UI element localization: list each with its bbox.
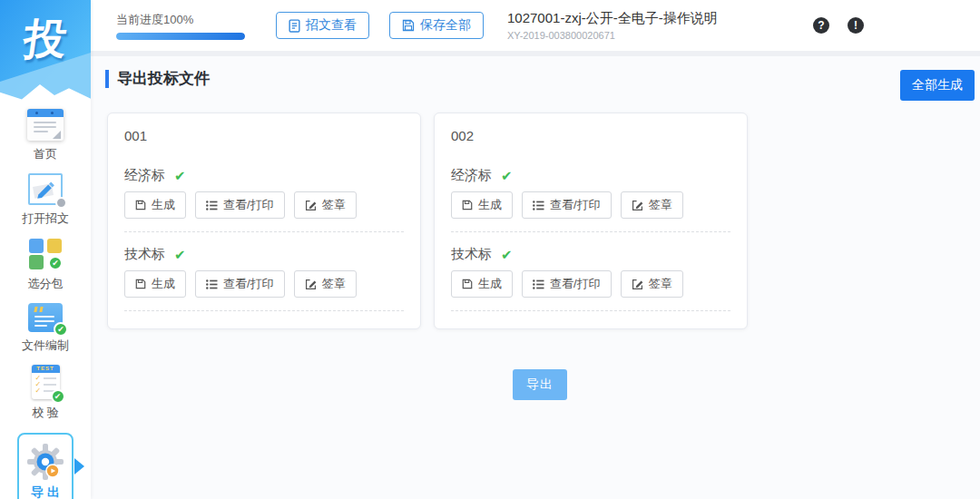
- sidebar-nav: 首页 打开招文 ✔ 选分包: [22, 109, 69, 432]
- save-icon: [462, 200, 473, 210]
- logo-glyph: 投: [20, 11, 71, 68]
- app-logo: 投: [0, 0, 91, 105]
- check-badge-icon: ✔: [48, 256, 63, 270]
- section-header: 导出投标文件 全部生成: [105, 70, 975, 101]
- stamp-badge-icon: [55, 197, 67, 209]
- sign-button[interactable]: 签章: [294, 270, 357, 298]
- bid-actions: 生成 查看/打印 签章: [124, 191, 404, 219]
- page-title: 导出投标文件: [105, 70, 210, 88]
- list-icon: [206, 201, 218, 210]
- bid-actions: 生成 查看/打印 签章: [451, 270, 730, 298]
- package-card: 002 经济标 ✔ 生成 查看/打印: [434, 113, 748, 329]
- sidebar-item-select-package[interactable]: ✔ 选分包: [28, 238, 64, 292]
- sign-pen-icon: [305, 200, 317, 211]
- view-print-button[interactable]: 查看/打印: [195, 270, 285, 298]
- bid-actions: 生成 查看/打印 签章: [451, 191, 730, 219]
- main-content: 导出投标文件 全部生成 001 经济标 ✔ 生成: [91, 56, 980, 499]
- file-compile-icon: ✔: [28, 303, 63, 332]
- divider: [124, 310, 404, 311]
- bid-section-label: 技术标: [451, 246, 492, 263]
- top-bar: 当前进度100% 招文查看: [91, 0, 980, 51]
- sign-pen-icon: [632, 200, 643, 211]
- check-badge-icon: ✔: [54, 322, 68, 337]
- active-arrow-icon: [74, 458, 84, 475]
- list-icon: [533, 279, 544, 289]
- sidebar-item-file-compile[interactable]: ✔ 文件编制: [22, 303, 69, 354]
- save-icon: [402, 19, 415, 32]
- project-title: 1027001-zxj-公开-全电子-操作说明: [507, 10, 718, 27]
- check-icon: ✔: [501, 247, 513, 263]
- help-icon[interactable]: ?: [813, 17, 829, 34]
- sign-pen-icon: [632, 279, 643, 290]
- sidebar: 投 首页 打开招文: [0, 0, 91, 499]
- bid-section-label: 经济标: [124, 167, 165, 184]
- package-card: 001 经济标 ✔ 生成 查看/打印: [107, 113, 421, 329]
- check-badge-icon: ✔: [51, 389, 65, 404]
- sidebar-item-home[interactable]: 首页: [27, 109, 64, 162]
- save-icon: [135, 200, 146, 210]
- save-icon: [462, 279, 473, 289]
- pencil-icon: [34, 178, 58, 201]
- check-icon: ✔: [174, 247, 186, 263]
- export-button[interactable]: 导出: [513, 369, 567, 400]
- save-all-label: 保存全部: [420, 17, 471, 34]
- view-tender-button[interactable]: 招文查看: [276, 12, 369, 39]
- sign-button[interactable]: 签章: [621, 191, 683, 219]
- alert-icon[interactable]: !: [848, 17, 864, 34]
- view-print-button[interactable]: 查看/打印: [522, 270, 612, 298]
- divider: [124, 231, 404, 232]
- check-icon: ✔: [174, 168, 186, 184]
- save-icon: [135, 279, 146, 289]
- bid-section-header: 经济标 ✔: [451, 167, 730, 184]
- sidebar-item-label: 打开招文: [22, 210, 69, 227]
- package-id: 002: [451, 128, 730, 143]
- save-all-button[interactable]: 保存全部: [389, 12, 484, 39]
- sidebar-item-label: 首页: [34, 146, 57, 162]
- generate-button[interactable]: 生成: [451, 191, 513, 219]
- progress: 当前进度100%: [116, 12, 245, 40]
- generate-all-button[interactable]: 全部生成: [900, 70, 975, 101]
- package-id: 001: [124, 128, 404, 143]
- bid-actions: 生成 查看/打印 签章: [124, 270, 404, 298]
- sign-pen-icon: [305, 279, 317, 290]
- sidebar-item-open-tender[interactable]: 打开招文: [22, 173, 69, 227]
- sign-button[interactable]: 签章: [621, 270, 683, 298]
- progress-bar: [116, 33, 245, 40]
- sidebar-item-label: 选分包: [28, 276, 64, 292]
- list-icon: [206, 279, 218, 289]
- sign-button[interactable]: 签章: [294, 191, 357, 219]
- app-window: 投 首页 打开招文: [0, 0, 980, 499]
- open-tender-icon: [28, 173, 63, 205]
- sidebar-item-label: 文件编制: [22, 338, 69, 354]
- header-icons: ? !: [813, 17, 864, 34]
- generate-button[interactable]: 生成: [124, 191, 186, 219]
- list-icon: [533, 201, 544, 210]
- package-cards: 001 经济标 ✔ 生成 查看/打印: [105, 113, 975, 329]
- bid-section-label: 经济标: [451, 167, 492, 184]
- project-info: 1027001-zxj-公开-全电子-操作说明 XY-2019-00380002…: [507, 10, 718, 41]
- sidebar-item-export[interactable]: 导 出: [17, 433, 74, 499]
- home-icon: [27, 109, 64, 141]
- bid-section-header: 技术标 ✔: [451, 246, 730, 263]
- bid-section-header: 经济标 ✔: [124, 167, 404, 184]
- project-code: XY-2019-003800020671: [507, 30, 718, 41]
- view-print-button[interactable]: 查看/打印: [195, 191, 285, 219]
- check-icon: ✔: [501, 168, 513, 184]
- select-package-icon: ✔: [28, 238, 63, 270]
- view-tender-label: 招文查看: [306, 17, 357, 34]
- divider: [451, 231, 730, 232]
- divider: [451, 310, 730, 311]
- bid-section-label: 技术标: [124, 246, 165, 263]
- export-gear-icon: [26, 443, 64, 481]
- generate-button[interactable]: 生成: [124, 270, 186, 298]
- sidebar-item-label: 导 出: [31, 484, 60, 499]
- document-icon: [289, 19, 300, 33]
- view-print-button[interactable]: 查看/打印: [522, 191, 612, 219]
- progress-label: 当前进度100%: [116, 12, 245, 28]
- verify-icon: TEST ✓ ✓ ✓ ✔: [32, 365, 60, 399]
- sidebar-item-label: 校 验: [32, 405, 59, 421]
- bid-section-header: 技术标 ✔: [124, 246, 404, 263]
- progress-track: [116, 33, 245, 40]
- sidebar-item-verify[interactable]: TEST ✓ ✓ ✓ ✔ 校 验: [32, 365, 60, 421]
- generate-button[interactable]: 生成: [451, 270, 513, 298]
